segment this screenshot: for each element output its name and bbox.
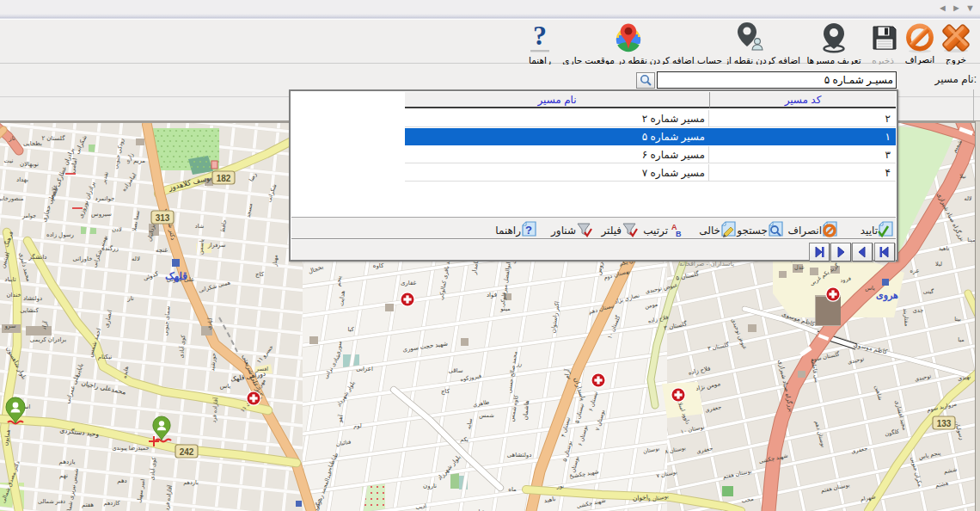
svg-text:نور: نور bbox=[556, 483, 564, 489]
svg-text:کیا: کیا bbox=[347, 326, 354, 332]
svg-text:دفتر شمالی: دفتر شمالی bbox=[38, 498, 65, 505]
svg-text:شاد: شاد bbox=[195, 223, 204, 229]
svg-text:لادن: لادن bbox=[112, 226, 122, 232]
svg-text:عزه: عزه bbox=[910, 268, 920, 274]
svg-text:دولتشاد: دولتشاد bbox=[23, 295, 42, 302]
svg-text:دولتشاهی: دولتشاهی bbox=[507, 452, 532, 459]
svg-text:برادران کریمی: برادران کریمی bbox=[30, 336, 66, 343]
svg-text:سیروس: سیروس bbox=[91, 211, 112, 218]
svg-text:یاس: یاس bbox=[220, 383, 231, 390]
svg-text:جوامر: جوامر bbox=[21, 212, 36, 219]
svg-text:عدل: عدل bbox=[794, 264, 805, 270]
svg-text:کاج: کاج bbox=[255, 271, 265, 278]
svg-text:جوانمرد: جوانمرد bbox=[95, 195, 115, 202]
svg-text:لوم: لوم bbox=[353, 422, 361, 429]
svg-text:بهداد: بهداد bbox=[16, 176, 28, 183]
svg-text:کنشایی: کنشایی bbox=[20, 307, 39, 313]
svg-text:بطحایی: بطحایی bbox=[23, 140, 42, 146]
svg-text:یاس: یاس bbox=[865, 285, 875, 292]
svg-text:یکم: یکم bbox=[460, 436, 469, 443]
svg-text:لیلا: لیلا bbox=[935, 261, 942, 267]
svg-text:لاله: لاله bbox=[132, 256, 140, 262]
svg-text:یازدهم: یازدهم bbox=[59, 459, 76, 465]
svg-text:نیت: نیت bbox=[4, 157, 14, 163]
svg-text:کاوه: کاوه bbox=[373, 262, 384, 269]
svg-text:غنچه: غنچه bbox=[156, 247, 168, 254]
svg-text:غفاری: غفاری bbox=[401, 280, 417, 286]
svg-text:نیکنام: نیکنام bbox=[98, 354, 113, 360]
svg-text:کازدهم: کازدهم bbox=[104, 500, 121, 507]
svg-text:نهم: نهم bbox=[59, 472, 68, 479]
svg-text:شمس: شمس bbox=[479, 412, 494, 419]
svg-text:رز: رز bbox=[516, 360, 522, 367]
svg-text:تایباد: تایباد bbox=[4, 276, 15, 282]
svg-text:ساقی: ساقی bbox=[448, 367, 462, 373]
svg-text:میا: میا bbox=[958, 336, 964, 342]
svg-text:242: 242 bbox=[180, 447, 194, 457]
svg-text:کاج: کاج bbox=[441, 388, 450, 395]
svg-text:بیتا: بیتا bbox=[954, 316, 961, 322]
svg-text:182: 182 bbox=[217, 174, 231, 183]
svg-text:B: B bbox=[676, 230, 682, 238]
svg-text:ناهید: ناهید bbox=[939, 245, 950, 251]
svg-text:نوبهالان: نوبهالان bbox=[20, 161, 39, 168]
svg-text:افسر: افسر bbox=[255, 366, 268, 372]
svg-text:سرفراز: سرفراز bbox=[207, 242, 226, 249]
svg-text:133: 133 bbox=[937, 419, 952, 428]
svg-text:اخوان: اخوان bbox=[632, 493, 648, 502]
svg-text:مینو: مینو bbox=[499, 305, 511, 312]
svg-text:313: 313 bbox=[156, 213, 170, 223]
svg-text:ماه: ماه bbox=[508, 486, 517, 492]
svg-text:گلستان ۲: گلستان ۲ bbox=[42, 134, 66, 141]
svg-text:ناز: ناز bbox=[8, 135, 15, 142]
svg-text:جدی: جدی bbox=[913, 307, 924, 313]
svg-text:لاله: لاله bbox=[964, 195, 971, 201]
svg-text:نیلا: نیلا bbox=[959, 173, 966, 179]
svg-text:خاورانی: خاورانی bbox=[73, 256, 93, 262]
svg-text:مریم: مریم bbox=[133, 157, 145, 164]
svg-text:اعرابی: اعرابی bbox=[356, 366, 373, 372]
svg-text:فواد: فواد bbox=[487, 292, 497, 299]
svg-text:بازدهم: بازدهم bbox=[183, 479, 199, 486]
svg-text:هفتم: هفتم bbox=[82, 502, 94, 508]
svg-text:رسول زاده: رسول زاده bbox=[46, 231, 74, 238]
svg-text:گیتی: گیتی bbox=[923, 288, 934, 294]
svg-text:نار: نار bbox=[126, 295, 134, 302]
svg-text:هروی: هروی bbox=[876, 290, 898, 302]
svg-text:?: ? bbox=[533, 22, 547, 51]
svg-text:نارون: نارون bbox=[423, 483, 437, 489]
svg-text:قلهک: قلهک bbox=[165, 270, 187, 283]
svg-text:دانشگر: دانشگر bbox=[28, 253, 47, 261]
svg-text:منصورخانی: منصورخانی bbox=[0, 195, 23, 202]
svg-text:دهم: دهم bbox=[117, 477, 126, 484]
svg-text:?: ? bbox=[525, 224, 532, 237]
svg-text:خندان: خندان bbox=[6, 292, 21, 298]
svg-text:حمیدرضا پیوندی: حمیدرضا پیوندی bbox=[112, 445, 149, 452]
svg-text:سرو: سرو bbox=[3, 323, 15, 329]
